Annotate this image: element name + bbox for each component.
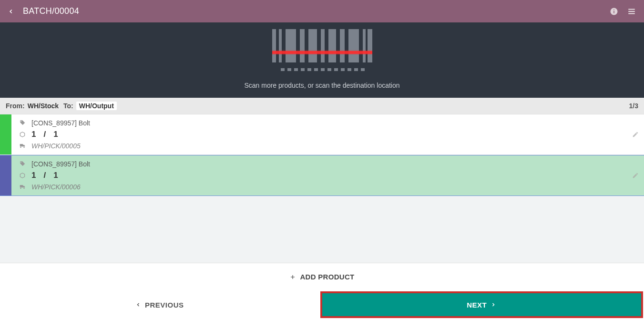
back-button[interactable] (8, 7, 14, 16)
edit-button[interactable] (627, 155, 644, 196)
svg-rect-14 (348, 29, 359, 62)
svg-rect-28 (354, 68, 358, 71)
chevron-right-icon (491, 301, 496, 309)
svg-rect-6 (272, 29, 276, 62)
scan-message: Scan more products, or scan the destinat… (244, 82, 399, 89)
qty-total: 1 (53, 171, 58, 180)
box-icon (19, 172, 27, 179)
pager: 1/3 (629, 102, 638, 110)
pencil-icon (632, 131, 639, 138)
hamburger-icon (627, 7, 636, 16)
page-title: BATCH/00004 (23, 6, 79, 16)
from-value: WH/Stock (28, 102, 59, 110)
svg-rect-27 (348, 68, 351, 71)
menu-button[interactable] (627, 7, 636, 16)
svg-rect-8 (286, 29, 296, 62)
qty-done: 1 (31, 130, 36, 139)
previous-label: PREVIOUS (145, 301, 184, 309)
lines-container: [CONS_89957] Bolt 1 / 1 WH/PICK/00005 (0, 114, 644, 196)
truck-icon (19, 184, 27, 190)
scan-area: Scan more products, or scan the destinat… (0, 22, 644, 98)
svg-rect-15 (363, 29, 366, 62)
reference: WH/PICK/00006 (31, 183, 81, 191)
svg-rect-24 (327, 68, 331, 71)
svg-rect-18 (287, 68, 291, 71)
previous-button[interactable]: PREVIOUS (0, 290, 319, 319)
svg-rect-26 (341, 68, 345, 71)
svg-rect-9 (300, 29, 305, 62)
chevron-left-icon (8, 7, 14, 16)
svg-rect-19 (294, 68, 298, 71)
edit-button[interactable] (627, 114, 644, 154)
svg-rect-17 (281, 68, 285, 71)
reference: WH/PICK/00005 (31, 142, 81, 150)
svg-rect-2 (613, 9, 614, 10)
svg-rect-29 (361, 68, 365, 71)
next-button[interactable]: NEXT (320, 291, 644, 318)
svg-rect-23 (321, 68, 325, 71)
svg-rect-31 (272, 50, 372, 55)
plus-icon (289, 274, 296, 280)
svg-rect-16 (368, 29, 372, 62)
barcode-graphic (272, 29, 372, 77)
add-product-button[interactable]: ADD PRODUCT (0, 263, 644, 290)
line-item[interactable]: [CONS_89957] Bolt 1 / 1 WH/PICK/00006 (0, 155, 644, 196)
svg-rect-10 (308, 29, 317, 62)
info-button[interactable] (610, 7, 618, 16)
svg-rect-25 (334, 68, 338, 71)
to-value: WH/Output (76, 102, 117, 110)
product-name: [CONS_89957] Bolt (31, 160, 90, 168)
svg-rect-13 (340, 29, 345, 62)
info-icon (610, 7, 618, 16)
box-icon (19, 131, 27, 138)
from-label: From: (6, 102, 25, 110)
svg-rect-11 (321, 29, 325, 62)
tag-icon (19, 120, 27, 126)
qty-separator: / (43, 130, 46, 139)
pencil-icon (632, 172, 639, 179)
svg-rect-1 (613, 10, 614, 13)
svg-rect-21 (307, 68, 311, 71)
product-name: [CONS_89957] Bolt (31, 119, 90, 127)
add-product-label: ADD PRODUCT (300, 273, 354, 281)
svg-rect-12 (328, 29, 336, 62)
nav-row: PREVIOUS NEXT (0, 290, 644, 319)
svg-rect-7 (279, 29, 282, 62)
qty-total: 1 (53, 130, 58, 139)
line-item[interactable]: [CONS_89957] Bolt 1 / 1 WH/PICK/00005 (0, 114, 644, 155)
status-bar-green (0, 114, 11, 154)
qty-separator: / (43, 171, 46, 180)
svg-rect-22 (314, 68, 318, 71)
to-label: To: (63, 102, 73, 110)
status-bar-blue (0, 155, 11, 196)
chevron-left-icon (135, 301, 141, 309)
qty-done: 1 (31, 171, 36, 180)
tag-icon (19, 161, 27, 167)
svg-rect-20 (301, 68, 305, 71)
topbar: BATCH/00004 (0, 0, 644, 22)
next-label: NEXT (467, 301, 487, 309)
location-bar: From: WH/Stock To: WH/Output 1/3 (0, 98, 644, 114)
truck-icon (19, 143, 27, 149)
